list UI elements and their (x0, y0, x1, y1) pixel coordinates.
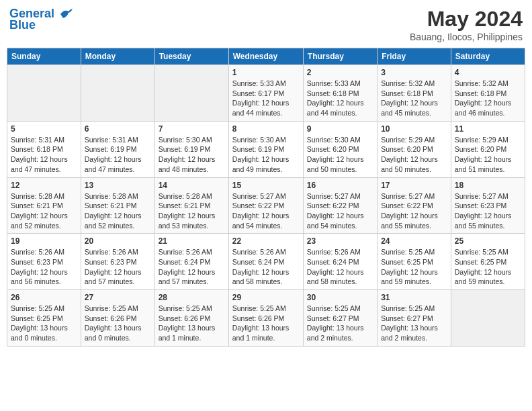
calendar-cell: 14Sunrise: 5:28 AM Sunset: 6:21 PM Dayli… (154, 177, 228, 234)
day-info: Sunrise: 5:25 AM Sunset: 6:25 PM Dayligh… (455, 247, 521, 287)
calendar-cell: 26Sunrise: 5:25 AM Sunset: 6:25 PM Dayli… (7, 290, 81, 347)
day-info: Sunrise: 5:25 AM Sunset: 6:26 PM Dayligh… (85, 304, 151, 343)
day-info: Sunrise: 5:31 AM Sunset: 6:18 PM Dayligh… (11, 135, 77, 175)
day-info: Sunrise: 5:26 AM Sunset: 6:24 PM Dayligh… (232, 247, 300, 287)
calendar-week-1: 1Sunrise: 5:33 AM Sunset: 6:17 PM Daylig… (7, 65, 525, 122)
calendar-cell: 19Sunrise: 5:26 AM Sunset: 6:23 PM Dayli… (7, 234, 81, 290)
calendar-cell: 8Sunrise: 5:30 AM Sunset: 6:19 PM Daylig… (228, 121, 303, 177)
day-info: Sunrise: 5:25 AM Sunset: 6:27 PM Dayligh… (381, 304, 447, 343)
calendar-cell: 10Sunrise: 5:29 AM Sunset: 6:20 PM Dayli… (378, 121, 451, 177)
calendar-week-2: 5Sunrise: 5:31 AM Sunset: 6:18 PM Daylig… (7, 121, 525, 177)
calendar-cell: 31Sunrise: 5:25 AM Sunset: 6:27 PM Dayli… (378, 290, 451, 347)
calendar-cell: 25Sunrise: 5:25 AM Sunset: 6:25 PM Dayli… (451, 234, 525, 290)
calendar-cell: 29Sunrise: 5:25 AM Sunset: 6:26 PM Dayli… (228, 290, 303, 347)
day-info: Sunrise: 5:33 AM Sunset: 6:17 PM Dayligh… (232, 79, 300, 118)
location-subtitle: Bauang, Ilocos, Philippines (410, 32, 523, 42)
calendar-cell: 17Sunrise: 5:27 AM Sunset: 6:22 PM Dayli… (378, 177, 451, 234)
calendar-cell: 16Sunrise: 5:27 AM Sunset: 6:22 PM Dayli… (303, 177, 377, 234)
day-number: 22 (232, 236, 300, 246)
weekday-header-wednesday: Wednesday (228, 48, 303, 65)
day-info: Sunrise: 5:25 AM Sunset: 6:25 PM Dayligh… (381, 247, 447, 287)
day-number: 29 (232, 293, 300, 302)
day-number: 24 (381, 236, 447, 246)
day-number: 3 (381, 68, 447, 77)
calendar-cell: 15Sunrise: 5:27 AM Sunset: 6:22 PM Dayli… (228, 177, 303, 234)
day-info: Sunrise: 5:30 AM Sunset: 6:20 PM Dayligh… (307, 135, 373, 175)
calendar-cell: 27Sunrise: 5:25 AM Sunset: 6:26 PM Dayli… (81, 290, 154, 347)
calendar-cell: 6Sunrise: 5:31 AM Sunset: 6:19 PM Daylig… (81, 121, 154, 177)
calendar-cell: 18Sunrise: 5:27 AM Sunset: 6:23 PM Dayli… (451, 177, 525, 234)
day-info: Sunrise: 5:33 AM Sunset: 6:18 PM Dayligh… (307, 79, 373, 118)
weekday-header-thursday: Thursday (303, 48, 377, 65)
day-number: 1 (232, 68, 300, 77)
day-number: 30 (307, 293, 373, 302)
day-number: 17 (381, 181, 447, 190)
day-number: 31 (381, 293, 447, 302)
day-number: 28 (159, 293, 225, 302)
day-info: Sunrise: 5:28 AM Sunset: 6:21 PM Dayligh… (159, 191, 225, 231)
calendar-cell (451, 290, 525, 347)
calendar-cell: 24Sunrise: 5:25 AM Sunset: 6:25 PM Dayli… (378, 234, 451, 290)
day-number: 11 (455, 124, 521, 134)
day-info: Sunrise: 5:26 AM Sunset: 6:24 PM Dayligh… (307, 247, 373, 287)
day-info: Sunrise: 5:27 AM Sunset: 6:23 PM Dayligh… (455, 191, 521, 231)
weekday-header-monday: Monday (81, 48, 154, 65)
calendar-cell: 21Sunrise: 5:26 AM Sunset: 6:24 PM Dayli… (154, 234, 228, 290)
day-info: Sunrise: 5:32 AM Sunset: 6:18 PM Dayligh… (455, 79, 521, 118)
day-number: 8 (232, 124, 300, 134)
day-number: 23 (307, 236, 373, 246)
weekday-row: SundayMondayTuesdayWednesdayThursdayFrid… (7, 48, 525, 65)
logo: General Blue (9, 7, 74, 32)
page-header: General Blue May 2024 Bauang, Ilocos, Ph… (7, 7, 525, 42)
calendar-cell: 1Sunrise: 5:33 AM Sunset: 6:17 PM Daylig… (228, 65, 303, 122)
day-info: Sunrise: 5:29 AM Sunset: 6:20 PM Dayligh… (455, 135, 521, 175)
calendar-cell: 23Sunrise: 5:26 AM Sunset: 6:24 PM Dayli… (303, 234, 377, 290)
calendar-cell: 11Sunrise: 5:29 AM Sunset: 6:20 PM Dayli… (451, 121, 525, 177)
logo-bird-icon (59, 7, 74, 21)
day-info: Sunrise: 5:26 AM Sunset: 6:24 PM Dayligh… (159, 247, 225, 287)
weekday-header-saturday: Saturday (451, 48, 525, 65)
day-number: 14 (159, 181, 225, 190)
calendar-cell: 7Sunrise: 5:30 AM Sunset: 6:19 PM Daylig… (154, 121, 228, 177)
day-info: Sunrise: 5:27 AM Sunset: 6:22 PM Dayligh… (232, 191, 300, 231)
calendar-week-5: 26Sunrise: 5:25 AM Sunset: 6:25 PM Dayli… (7, 290, 525, 347)
weekday-header-tuesday: Tuesday (154, 48, 228, 65)
calendar-header: SundayMondayTuesdayWednesdayThursdayFrid… (7, 48, 525, 65)
day-number: 9 (307, 124, 373, 134)
day-number: 26 (11, 293, 77, 302)
day-number: 5 (11, 124, 77, 134)
calendar-cell: 22Sunrise: 5:26 AM Sunset: 6:24 PM Dayli… (228, 234, 303, 290)
day-number: 15 (232, 181, 300, 190)
calendar-cell: 12Sunrise: 5:28 AM Sunset: 6:21 PM Dayli… (7, 177, 81, 234)
calendar-cell (7, 65, 81, 122)
day-number: 27 (85, 293, 151, 302)
day-number: 20 (85, 236, 151, 246)
day-number: 18 (455, 181, 521, 190)
calendar-week-4: 19Sunrise: 5:26 AM Sunset: 6:23 PM Dayli… (7, 234, 525, 290)
day-info: Sunrise: 5:30 AM Sunset: 6:19 PM Dayligh… (232, 135, 300, 175)
day-info: Sunrise: 5:25 AM Sunset: 6:26 PM Dayligh… (159, 304, 225, 343)
calendar-cell (154, 65, 228, 122)
day-info: Sunrise: 5:26 AM Sunset: 6:23 PM Dayligh… (85, 247, 151, 287)
weekday-header-friday: Friday (378, 48, 451, 65)
day-info: Sunrise: 5:28 AM Sunset: 6:21 PM Dayligh… (11, 191, 77, 231)
day-info: Sunrise: 5:32 AM Sunset: 6:18 PM Dayligh… (381, 79, 447, 118)
day-number: 2 (307, 68, 373, 77)
day-info: Sunrise: 5:25 AM Sunset: 6:26 PM Dayligh… (232, 304, 300, 343)
calendar-cell: 4Sunrise: 5:32 AM Sunset: 6:18 PM Daylig… (451, 65, 525, 122)
calendar-cell: 28Sunrise: 5:25 AM Sunset: 6:26 PM Dayli… (154, 290, 228, 347)
day-number: 4 (455, 68, 521, 77)
day-info: Sunrise: 5:29 AM Sunset: 6:20 PM Dayligh… (381, 135, 447, 175)
day-number: 19 (11, 236, 77, 246)
day-number: 12 (11, 181, 77, 190)
title-block: May 2024 Bauang, Ilocos, Philippines (410, 7, 523, 42)
day-number: 21 (159, 236, 225, 246)
day-number: 16 (307, 181, 373, 190)
day-info: Sunrise: 5:25 AM Sunset: 6:27 PM Dayligh… (307, 304, 373, 343)
day-number: 10 (381, 124, 447, 134)
calendar-cell: 20Sunrise: 5:26 AM Sunset: 6:23 PM Dayli… (81, 234, 154, 290)
calendar-cell: 30Sunrise: 5:25 AM Sunset: 6:27 PM Dayli… (303, 290, 377, 347)
calendar-cell (81, 65, 154, 122)
weekday-header-sunday: Sunday (7, 48, 81, 65)
day-info: Sunrise: 5:25 AM Sunset: 6:25 PM Dayligh… (11, 304, 77, 343)
